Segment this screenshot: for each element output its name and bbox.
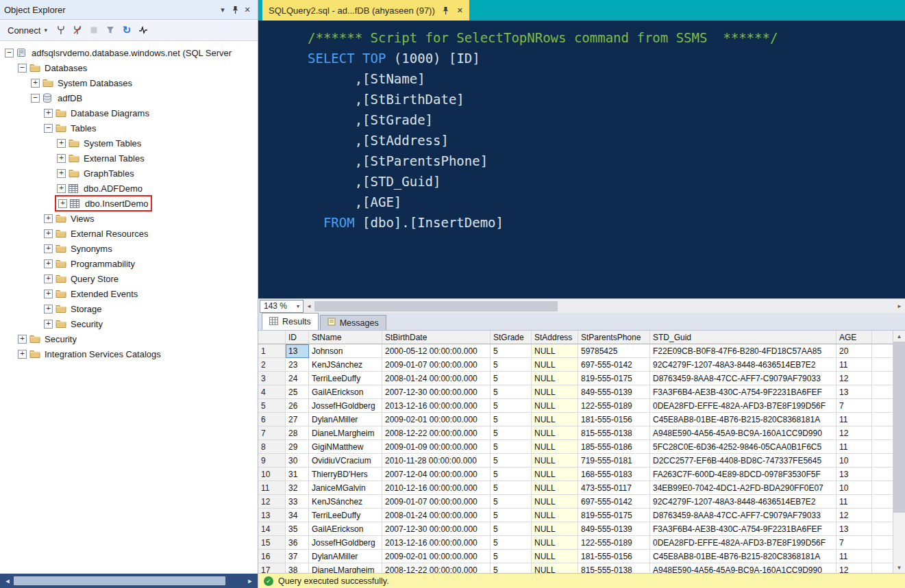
refresh-icon[interactable]: ↻ xyxy=(120,23,134,37)
column-header-stname[interactable]: StName xyxy=(309,331,382,344)
result-cell[interactable]: 815-555-0138 xyxy=(578,563,650,573)
result-cell[interactable]: D8763459-8AA8-47CC-AFF7-C9079AF79033 xyxy=(650,509,836,522)
result-cell[interactable]: 5FC28C0E-6D36-4252-9846-05CAA0B1F6C5 xyxy=(650,440,836,454)
result-cell[interactable]: C45E8AB8-01BE-4B76-B215-820C8368181A xyxy=(650,413,836,426)
result-cell[interactable]: 5 xyxy=(491,536,532,550)
result-cell[interactable]: 122-555-0189 xyxy=(578,399,650,413)
tree-item-database-diagrams[interactable]: +Database Diagrams xyxy=(0,105,258,120)
stop-icon[interactable] xyxy=(87,23,101,37)
result-cell[interactable]: 819-555-0175 xyxy=(578,372,650,385)
result-cell[interactable]: NULL xyxy=(532,385,578,399)
scroll-right-icon[interactable]: ► xyxy=(244,578,256,585)
tree-item-databases[interactable]: −Databases xyxy=(0,60,258,75)
result-cell[interactable]: 7 xyxy=(836,399,872,413)
result-cell[interactable]: FA263C7F-600D-4E89-8DCD-0978F3530F5F xyxy=(650,468,836,481)
scrollbar-track[interactable] xyxy=(314,301,894,311)
tree-item-extended-events[interactable]: +Extended Events xyxy=(0,286,258,301)
result-cell[interactable]: 11 xyxy=(836,358,872,372)
result-cell[interactable]: 34EB99E0-7042-4DC1-A2FD-BDA290FF0E07 xyxy=(650,481,836,495)
result-cell[interactable]: 10 xyxy=(836,481,872,495)
result-cell[interactable]: ThierryBD'Hers xyxy=(309,468,382,481)
window-menu-chevron-icon[interactable]: ▾ xyxy=(216,3,229,16)
result-cell[interactable]: 31 xyxy=(286,468,309,481)
expand-plus-icon[interactable]: + xyxy=(58,199,67,208)
tree-item-integration-services-catalogs[interactable]: +Integration Services Catalogs xyxy=(0,346,258,361)
result-cell[interactable]: NULL xyxy=(532,481,578,495)
result-cell[interactable]: 2009-01-09 00:00:00.000 xyxy=(382,440,491,454)
result-cell[interactable]: NULL xyxy=(532,358,578,372)
row-number-cell[interactable]: 11 xyxy=(258,481,286,495)
result-cell[interactable]: TerriLeeDuffy xyxy=(309,372,382,385)
result-cell[interactable]: 5 xyxy=(491,358,532,372)
scrollbar-track[interactable] xyxy=(893,342,905,562)
result-cell[interactable]: 185-555-0186 xyxy=(578,440,650,454)
result-cell[interactable]: 815-555-0138 xyxy=(578,426,650,440)
result-cell[interactable]: NULL xyxy=(532,509,578,522)
result-cell[interactable]: NULL xyxy=(532,536,578,550)
tree-item-storage[interactable]: +Storage xyxy=(0,301,258,316)
connect-object-icon[interactable] xyxy=(54,23,68,37)
tree-item-synonyms[interactable]: +Synonyms xyxy=(0,241,258,256)
result-cell[interactable]: 2007-12-30 00:00:00.000 xyxy=(382,522,491,536)
result-cell[interactable]: 13 xyxy=(836,385,872,399)
result-cell[interactable]: NULL xyxy=(532,522,578,536)
sql-editor[interactable]: /****** Script for SelectTopNRows comman… xyxy=(258,21,905,298)
result-cell[interactable]: JossefHGoldberg xyxy=(309,536,382,550)
result-cell[interactable]: 12 xyxy=(836,563,872,573)
zoom-dropdown[interactable]: 143 % ▾ xyxy=(260,300,303,313)
tree-item-tables[interactable]: −Tables xyxy=(0,120,258,136)
result-cell[interactable]: DylanAMiller xyxy=(309,413,382,426)
result-cell[interactable]: KenJSánchez xyxy=(309,495,382,509)
tree-item-security[interactable]: +Security xyxy=(0,331,258,346)
result-cell[interactable]: 36 xyxy=(286,536,309,550)
result-cell[interactable]: 5 xyxy=(491,440,532,454)
scroll-left-icon[interactable]: ◄ xyxy=(1,578,14,585)
expand-plus-icon[interactable]: + xyxy=(44,274,53,283)
result-cell[interactable]: 2007-12-04 00:00:00.000 xyxy=(382,468,491,481)
result-cell[interactable]: 11 xyxy=(836,413,872,426)
scroll-right-icon[interactable]: ► xyxy=(894,303,905,309)
result-cell[interactable]: 11 xyxy=(836,440,872,454)
row-number-cell[interactable]: 10 xyxy=(258,468,286,481)
result-cell[interactable]: 473-555-0117 xyxy=(578,481,650,495)
scrollbar-track[interactable] xyxy=(14,576,244,585)
column-header-stparentsphone[interactable]: StParentsPhone xyxy=(578,331,650,344)
expand-plus-icon[interactable]: + xyxy=(44,244,53,253)
result-cell[interactable]: 27 xyxy=(286,413,309,426)
result-cell[interactable]: 35 xyxy=(286,522,309,536)
row-number-cell[interactable]: 1 xyxy=(258,344,286,358)
expand-plus-icon[interactable]: + xyxy=(31,79,40,88)
result-cell[interactable]: OvidiuVCracium xyxy=(309,454,382,468)
result-cell[interactable]: 24 xyxy=(286,372,309,385)
result-cell[interactable]: 13 xyxy=(286,344,309,358)
expand-plus-icon[interactable]: + xyxy=(57,139,66,148)
expand-plus-icon[interactable]: + xyxy=(44,229,53,238)
result-cell[interactable]: F3A3F6B4-AE3B-430C-A754-9F2231BA6FEF xyxy=(650,522,836,536)
result-cell[interactable]: 5 xyxy=(491,495,532,509)
result-cell[interactable]: 168-555-0183 xyxy=(578,468,650,481)
row-number-cell[interactable]: 17 xyxy=(258,563,286,573)
filter-icon[interactable] xyxy=(103,23,117,37)
expand-plus-icon[interactable]: + xyxy=(57,169,66,178)
result-cell[interactable]: 11 xyxy=(836,550,872,563)
result-cell[interactable]: 5 xyxy=(491,468,532,481)
result-cell[interactable]: 11 xyxy=(836,495,872,509)
result-cell[interactable]: TerriLeeDuffy xyxy=(309,509,382,522)
result-cell[interactable]: 29 xyxy=(286,440,309,454)
collapse-minus-icon[interactable]: − xyxy=(44,124,53,133)
collapse-minus-icon[interactable]: − xyxy=(18,64,27,73)
tree-item-query-store[interactable]: +Query Store xyxy=(0,271,258,286)
result-cell[interactable]: 697-555-0142 xyxy=(578,358,650,372)
result-cell[interactable]: 181-555-0156 xyxy=(578,413,650,426)
editor-horizontal-scrollbar[interactable]: ◄ ► xyxy=(303,299,905,314)
query-document-tab[interactable]: SQLQuery2.sql - ad...fDB (ahyaseen (97))… xyxy=(262,0,469,21)
tree-item-dbo-adfdemo[interactable]: +dbo.ADFDemo xyxy=(0,181,258,196)
collapse-minus-icon[interactable]: − xyxy=(31,94,40,103)
tree-item-adfdb[interactable]: −adfDB xyxy=(0,90,258,105)
result-cell[interactable]: 33 xyxy=(286,495,309,509)
tab-messages[interactable]: Messages xyxy=(320,315,386,330)
result-cell[interactable]: 2009-02-01 00:00:00.000 xyxy=(382,550,491,563)
row-number-cell[interactable]: 14 xyxy=(258,522,286,536)
result-cell[interactable]: NULL xyxy=(532,413,578,426)
result-cell[interactable]: F22E09CB-B0F8-47F6-B280-4FD18C57AA85 xyxy=(650,344,836,358)
